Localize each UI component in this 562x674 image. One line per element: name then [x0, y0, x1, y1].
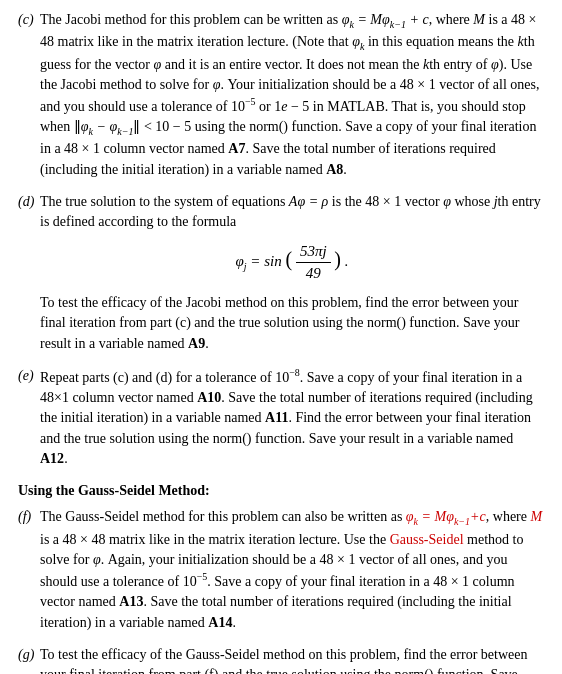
section-e: (e) Repeat parts (c) and (d) for a toler… — [18, 366, 544, 473]
content-e: Repeat parts (c) and (d) for a tolerance… — [40, 366, 544, 473]
var-a13: A13 — [119, 594, 143, 609]
math-d1: Aφ = ρ — [289, 194, 328, 209]
section-c: (c) The Jacobi method for this problem c… — [18, 10, 544, 184]
section-f: (f) The Gauss-Seidel method for this pro… — [18, 507, 544, 636]
label-f: (f) — [18, 507, 36, 527]
label-c: (c) — [18, 10, 36, 30]
math-c6: k — [423, 57, 429, 72]
math-f2: M — [530, 509, 542, 524]
formula-d: φj = sin ( 53πj 49 ) . — [40, 241, 544, 286]
var-a14: A14 — [208, 615, 232, 630]
math-f1: φk = Mφk−1+c — [406, 509, 486, 524]
math-c3: φk — [352, 34, 364, 49]
math-c7: φ — [491, 57, 499, 72]
math-c9: e — [281, 99, 287, 114]
math-c2: M — [473, 12, 485, 27]
text-d1: The true solution to the system of equat… — [40, 192, 544, 233]
section-d: (d) The true solution to the system of e… — [18, 192, 544, 358]
page-container: (c) The Jacobi method for this problem c… — [18, 10, 544, 674]
text-e: Repeat parts (c) and (d) for a tolerance… — [40, 366, 544, 469]
text-d2: To test the efficacy of the Jacobi metho… — [40, 293, 544, 354]
gauss-seidel-header: Using the Gauss-Seidel Method: — [18, 481, 544, 501]
math-c4: k — [518, 34, 524, 49]
section-g: (g) To test the efficacy of the Gauss-Se… — [18, 645, 544, 674]
var-a11: A11 — [265, 410, 288, 425]
text-f-gs: Gauss-Seidel — [390, 532, 464, 547]
content-d: The true solution to the system of equat… — [40, 192, 544, 358]
var-a7: A7 — [228, 141, 245, 156]
math-f3: φ — [93, 552, 101, 567]
math-c1: φk = Mφk−1 + c — [342, 12, 429, 27]
content-g: To test the efficacy of the Gauss-Seidel… — [40, 645, 544, 674]
text-f: The Gauss-Seidel method for this problem… — [40, 507, 544, 632]
math-d3: j — [494, 194, 498, 209]
math-d2: φ — [443, 194, 451, 209]
content-c: The Jacobi method for this problem can b… — [40, 10, 544, 184]
math-formula: φj = sin ( 53πj 49 ) . — [235, 253, 348, 269]
text-g: To test the efficacy of the Gauss-Seidel… — [40, 645, 544, 674]
content-f: The Gauss-Seidel method for this problem… — [40, 507, 544, 636]
math-c5: φ — [154, 57, 162, 72]
var-a12: A12 — [40, 451, 64, 466]
var-a8: A8 — [326, 162, 343, 177]
label-e: (e) — [18, 366, 36, 386]
math-c8: φ — [213, 77, 221, 92]
label-g: (g) — [18, 645, 36, 665]
math-c10: φk − φk−1 — [81, 119, 134, 134]
var-a9: A9 — [188, 336, 205, 351]
var-a10: A10 — [197, 390, 221, 405]
label-d: (d) — [18, 192, 36, 212]
text-c: The Jacobi method for this problem can b… — [40, 10, 544, 180]
